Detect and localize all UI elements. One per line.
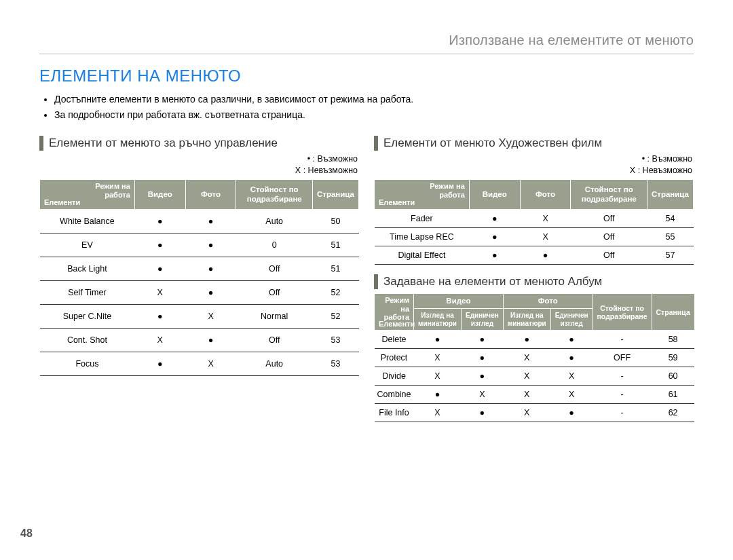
table-row: Self TimerX●Off52 [40, 281, 359, 305]
intro-bullet: За подробности при работата вж. съответн… [54, 108, 694, 123]
th-page: Страница [312, 180, 358, 210]
th-photo: Фото [520, 180, 571, 210]
legend-impossible: X : Невъзможно [39, 165, 358, 176]
th-default: Стойност по подразбиране [571, 180, 647, 210]
table-row: Focus●XAuto53 [40, 352, 359, 376]
table-row: White Balance●●Auto50 [40, 210, 359, 234]
th-photo: Фото [503, 294, 593, 309]
table-row: Fader●XOff54 [375, 210, 694, 228]
manual-table: Режим наработа Елементи Видео Фото Стойн… [39, 179, 359, 376]
th-photo: Фото [185, 180, 236, 210]
divider [39, 54, 694, 54]
th-thumb: Изглед на миниатюри [414, 309, 462, 331]
section-header-film: Елементи от менюто Художествен филм [374, 136, 694, 151]
section-bar-icon [374, 274, 378, 289]
film-table: Режим наработа Елементи Видео Фото Стойн… [374, 179, 694, 265]
section-header-album: Задаване на елементи от менюто Албум [374, 274, 694, 289]
table-row: File InfoX●X●-62 [375, 404, 695, 422]
th-video: Видео [134, 180, 185, 210]
breadcrumb: Използване на елементите от менюто [39, 33, 694, 48]
table-row: Super C.Nite●XNormal52 [40, 305, 359, 329]
th-corner: Режим наработа Елементи [375, 294, 414, 331]
th-page: Страница [652, 294, 694, 331]
section-header-manual: Елементи от менюто за ръчно управление [39, 136, 359, 151]
table-row: EV●●051 [40, 234, 359, 257]
intro-bullet: Достъпните елементи в менюто са различни… [54, 92, 694, 107]
legend: • : Възможно X : Невъзможно [374, 153, 692, 176]
table-row: ProtectX●X●OFF59 [375, 349, 695, 367]
section-bar-icon [374, 136, 378, 151]
page-number: 48 [20, 527, 33, 540]
legend: • : Възможно X : Невъзможно [39, 153, 358, 176]
legend-impossible: X : Невъзможно [374, 165, 692, 176]
section-title: Елементи от менюто Художествен филм [383, 136, 602, 150]
album-table: Режим наработа Елементи Видео Фото Стойн… [374, 293, 695, 422]
table-row: Back Light●●Off51 [40, 257, 359, 281]
legend-possible: • : Възможно [374, 153, 692, 165]
legend-possible: • : Възможно [39, 153, 358, 165]
th-default: Стойност по подразбиране [236, 180, 313, 210]
table-row: Combine●XXX-61 [375, 386, 695, 404]
table-row: Time Lapse REC●XOff55 [375, 228, 694, 246]
th-page: Страница [647, 180, 694, 210]
section-title: Задаване на елементи от менюто Албум [383, 275, 602, 288]
table-row: Digital Effect●●Off57 [375, 246, 694, 265]
th-thumb: Изглед на миниатюри [503, 309, 550, 331]
th-corner: Режим наработа Елементи [375, 180, 470, 210]
section-title: Елементи от менюто за ръчно управление [49, 136, 278, 150]
page-title: ЕЛЕМЕНТИ НА МЕНЮТО [39, 67, 694, 86]
intro-list: Достъпните елементи в менюто са различни… [39, 92, 694, 122]
th-video: Видео [414, 294, 504, 309]
th-single: Единичен изглед [550, 309, 593, 331]
th-default: Стойност по подразбиране [593, 294, 652, 331]
table-row: DivideX●XX-60 [375, 367, 695, 386]
section-bar-icon [39, 136, 43, 151]
table-row: Cont. ShotX●Off53 [40, 329, 359, 352]
th-single: Единичен изглед [462, 309, 504, 331]
th-video: Видео [469, 180, 520, 210]
th-corner: Режим наработа Елементи [40, 180, 135, 210]
table-row: Delete●●●●-58 [375, 331, 695, 349]
